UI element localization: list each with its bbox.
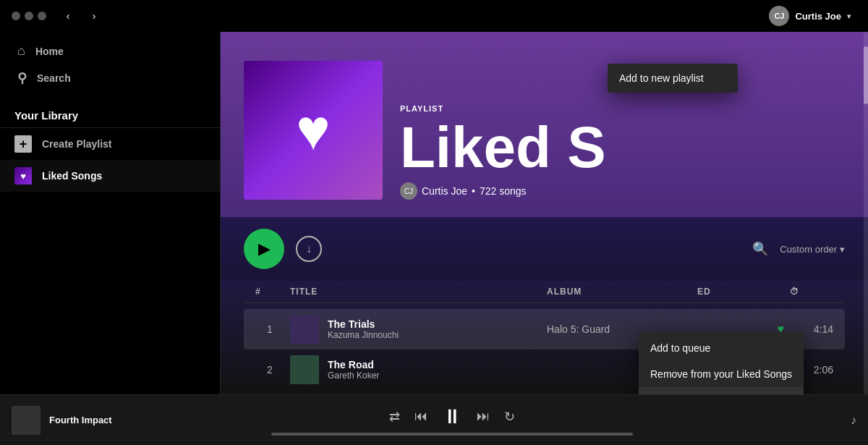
playlist-title: Liked S (400, 119, 845, 177)
now-playing-title: Fourth Impact (49, 415, 112, 425)
track-thumbnail (290, 355, 319, 384)
track-list-header: # TITLE ALBUM ED ⏱ (244, 281, 845, 303)
top-bar-left: ‹ › (12, 6, 104, 26)
create-playlist-label: Create Playlist (42, 138, 112, 150)
remove-from-liked-label: Remove from your Liked Songs (650, 368, 792, 380)
home-icon: ⌂ (17, 43, 25, 59)
playlist-info: PLAYLIST Liked S CJ Curtis Joe • 722 son… (400, 104, 845, 200)
now-playing: Fourth Impact (12, 406, 192, 435)
sort-arrow-icon: ▾ (840, 244, 845, 255)
track-artist: Gareth Koker (328, 370, 379, 381)
controls-left: ▶ ↓ (244, 229, 322, 269)
col-num: # (255, 287, 284, 297)
track-info: The Trials Kazuma Jinnouchi (290, 315, 541, 344)
add-to-new-playlist-label: Add to new playlist (619, 72, 704, 84)
nav-back-button[interactable]: ‹ (58, 6, 78, 26)
liked-songs-icon: ♥ (14, 167, 32, 185)
sidebar-item-label-search: Search (37, 72, 71, 84)
playlist-type-label: PLAYLIST (400, 104, 845, 113)
chevron-down-icon: ▾ (847, 12, 851, 20)
col-title: TITLE (290, 287, 541, 297)
track-text: The Road Gareth Koker (328, 359, 379, 381)
progress-bar[interactable] (271, 433, 633, 436)
col-added: ED (697, 287, 784, 297)
track-info: The Road Gareth Koker (290, 355, 541, 384)
window-dot-2 (25, 12, 33, 20)
user-menu-button[interactable]: CJ Curtis Joe ▾ (766, 3, 856, 29)
download-button[interactable]: ↓ (296, 236, 322, 262)
context-menu-remove-from-liked[interactable]: Remove from your Liked Songs (639, 361, 804, 387)
playlist-cover-heart-icon: ♥ (296, 97, 331, 164)
shuffle-button[interactable]: ⇄ (389, 409, 400, 425)
add-to-queue-label: Add to queue (650, 342, 710, 354)
track-text: The Trials Kazuma Jinnouchi (328, 318, 399, 340)
main-content: ♥ PLAYLIST Liked S CJ Curtis Joe • 722 s… (221, 32, 868, 394)
playlist-song-count: 722 songs (480, 185, 527, 197)
add-to-new-playlist-item[interactable]: Add to new playlist (608, 64, 738, 93)
controls-right: 🔍 Custom order ▾ (752, 241, 845, 257)
avatar: CJ (769, 6, 789, 26)
create-playlist-item[interactable]: + Create Playlist (0, 128, 220, 160)
top-bar: ‹ › CJ Curtis Joe ▾ (0, 0, 868, 32)
track-title: The Road (328, 359, 379, 370)
context-menu-add-to-queue[interactable]: Add to queue (639, 335, 804, 361)
context-menu-add-to-playlist[interactable]: Add to playlist ▶ (639, 387, 804, 394)
next-button[interactable]: ⏭ (477, 409, 490, 424)
sidebar-item-home[interactable]: ⌂ Home (9, 38, 211, 64)
your-library-label: Your Library (14, 109, 78, 122)
playlist-owner: Curtis Joe (422, 185, 467, 197)
player-btn-row: ⇄ ⏮ ⏸ ⏭ ↻ (389, 404, 515, 428)
track-number: 1 (255, 323, 284, 335)
playlist-separator: • (472, 185, 475, 197)
scrollbar-thumb[interactable] (864, 46, 868, 104)
window-dot-1 (12, 12, 20, 20)
add-to-playlist-panel: Add to new playlist (608, 64, 738, 93)
search-icon: ⚲ (17, 70, 27, 86)
playlist-meta: CJ Curtis Joe • 722 songs (400, 182, 845, 200)
user-name-label: Curtis Joe (795, 11, 841, 22)
sidebar-item-search[interactable]: ⚲ Search (9, 64, 211, 92)
player-play-pause-button[interactable]: ⏸ (442, 404, 462, 428)
sort-button[interactable]: Custom order ▾ (780, 244, 845, 255)
window-controls (12, 12, 46, 20)
prev-button[interactable]: ⏮ (414, 409, 427, 424)
meta-avatar: CJ (400, 182, 417, 200)
track-artist: Kazuma Jinnouchi (328, 330, 399, 340)
sidebar-nav: ⌂ Home ⚲ Search (0, 32, 220, 98)
track-number: 2 (255, 364, 284, 376)
context-menu: Add to queue Remove from your Liked Song… (639, 332, 804, 394)
volume-controls: ♪ (712, 414, 856, 427)
play-button[interactable]: ▶ (244, 229, 284, 269)
sort-label: Custom order (780, 244, 837, 255)
bottom-bar: Fourth Impact ⇄ ⏮ ⏸ ⏭ ↻ ♪ (0, 394, 868, 445)
liked-songs-item[interactable]: ♥ Liked Songs (0, 160, 220, 192)
main-layout: ⌂ Home ⚲ Search Your Library + Create Pl… (0, 32, 868, 394)
now-playing-info: Fourth Impact (49, 415, 112, 425)
your-library-header: Your Library (0, 98, 220, 128)
liked-songs-label: Liked Songs (42, 170, 102, 182)
controls-bar: ▶ ↓ 🔍 Custom order ▾ (221, 217, 868, 281)
scrollbar[interactable] (864, 32, 868, 394)
playlist-cover: ♥ (244, 61, 383, 200)
volume-icon-button[interactable]: ♪ (851, 414, 856, 427)
track-search-icon[interactable]: 🔍 (752, 241, 768, 257)
playlist-header: ♥ PLAYLIST Liked S CJ Curtis Joe • 722 s… (221, 32, 868, 217)
col-duration: ⏱ (790, 287, 833, 297)
track-title: The Trials (328, 318, 399, 330)
now-playing-thumbnail (12, 406, 41, 435)
sidebar-item-label-home: Home (35, 46, 64, 57)
col-album: ALBUM (547, 287, 692, 297)
player-controls: ⇄ ⏮ ⏸ ⏭ ↻ (204, 404, 700, 436)
track-thumbnail (290, 315, 319, 344)
nav-forward-button[interactable]: › (84, 6, 104, 26)
repeat-button[interactable]: ↻ (504, 409, 515, 425)
plus-icon: + (14, 135, 32, 153)
sidebar: ⌂ Home ⚲ Search Your Library + Create Pl… (0, 32, 221, 394)
window-dot-3 (38, 12, 46, 20)
